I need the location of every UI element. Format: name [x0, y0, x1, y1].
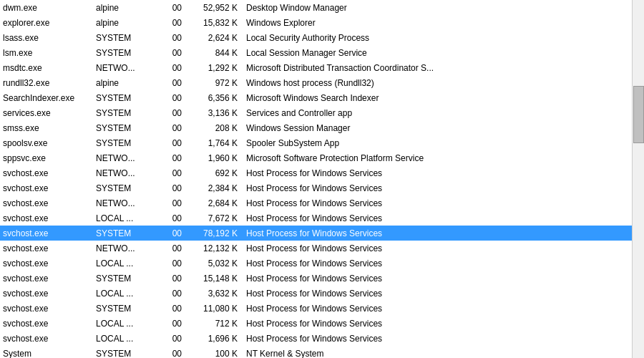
- table-row[interactable]: smss.exeSYSTEM00208 KWindows Session Man…: [0, 120, 632, 135]
- process-description: Host Process for Windows Services: [243, 271, 632, 286]
- process-cpu: 00: [157, 301, 186, 316]
- process-name: svchost.exe: [0, 286, 93, 301]
- process-memory: 15,148 K: [186, 271, 243, 286]
- process-memory: 15,832 K: [186, 15, 243, 30]
- process-description: Local Security Authority Process: [243, 30, 632, 45]
- table-row[interactable]: svchost.exeLOCAL ...00712 KHost Process …: [0, 316, 632, 331]
- process-memory: 844 K: [186, 45, 243, 60]
- process-description: Microsoft Software Protection Platform S…: [243, 150, 632, 165]
- table-row[interactable]: rundll32.exealpine00972 KWindows host pr…: [0, 75, 632, 90]
- process-memory: 2,384 K: [186, 180, 243, 195]
- process-name: lsass.exe: [0, 30, 93, 45]
- process-memory: 2,624 K: [186, 30, 243, 45]
- process-memory: 7,672 K: [186, 211, 243, 226]
- process-memory: 712 K: [186, 316, 243, 331]
- process-user: NETWO...: [93, 60, 157, 75]
- process-user: alpine: [93, 75, 157, 90]
- table-row[interactable]: explorer.exealpine0015,832 KWindows Expl…: [0, 15, 632, 30]
- process-name: spoolsv.exe: [0, 135, 93, 150]
- process-description: Microsoft Distributed Transaction Coordi…: [243, 60, 632, 75]
- process-cpu: 00: [157, 316, 186, 331]
- process-cpu: 00: [157, 211, 186, 226]
- process-memory: 78,192 K: [186, 226, 243, 241]
- process-memory: 1,292 K: [186, 60, 243, 75]
- table-row[interactable]: svchost.exeLOCAL ...001,696 KHost Proces…: [0, 331, 632, 346]
- table-row[interactable]: dwm.exealpine0052,952 KDesktop Window Ma…: [0, 0, 632, 15]
- process-user: SYSTEM: [93, 226, 157, 241]
- table-row[interactable]: lsm.exeSYSTEM00844 KLocal Session Manage…: [0, 45, 632, 60]
- process-description: Host Process for Windows Services: [243, 211, 632, 226]
- table-row[interactable]: svchost.exeSYSTEM0078,192 KHost Process …: [0, 226, 632, 241]
- process-name: dwm.exe: [0, 0, 93, 15]
- process-name: rundll32.exe: [0, 75, 93, 90]
- process-name: svchost.exe: [0, 226, 93, 241]
- table-row[interactable]: lsass.exeSYSTEM002,624 KLocal Security A…: [0, 30, 632, 45]
- process-cpu: 00: [157, 346, 186, 358]
- process-memory: 972 K: [186, 75, 243, 90]
- process-cpu: 00: [157, 286, 186, 301]
- process-user: LOCAL ...: [93, 286, 157, 301]
- scrollbar[interactable]: [632, 0, 644, 358]
- table-row[interactable]: SystemSYSTEM00100 KNT Kernel & System: [0, 346, 632, 358]
- process-cpu: 00: [157, 0, 186, 15]
- process-cpu: 00: [157, 75, 186, 90]
- process-user: SYSTEM: [93, 90, 157, 105]
- process-user: NETWO...: [93, 165, 157, 180]
- process-user: LOCAL ...: [93, 316, 157, 331]
- table-row[interactable]: spoolsv.exeSYSTEM001,764 KSpooler SubSys…: [0, 135, 632, 150]
- table-row[interactable]: svchost.exeSYSTEM002,384 KHost Process f…: [0, 180, 632, 195]
- table-row[interactable]: svchost.exeLOCAL ...007,672 KHost Proces…: [0, 211, 632, 226]
- table-row[interactable]: svchost.exeLOCAL ...005,032 KHost Proces…: [0, 256, 632, 271]
- process-description: Host Process for Windows Services: [243, 180, 632, 195]
- table-row[interactable]: svchost.exeNETWO...002,684 KHost Process…: [0, 195, 632, 211]
- process-description: Host Process for Windows Services: [243, 256, 632, 271]
- process-description: NT Kernel & System: [243, 346, 632, 358]
- table-row[interactable]: svchost.exeSYSTEM0011,080 KHost Process …: [0, 301, 632, 316]
- process-name: lsm.exe: [0, 45, 93, 60]
- process-user: SYSTEM: [93, 120, 157, 135]
- process-description: Local Session Manager Service: [243, 45, 632, 60]
- process-table-container: dwm.exealpine0052,952 KDesktop Window Ma…: [0, 0, 644, 358]
- process-cpu: 00: [157, 241, 186, 256]
- process-cpu: 00: [157, 45, 186, 60]
- process-cpu: 00: [157, 195, 186, 211]
- table-row[interactable]: SearchIndexer.exeSYSTEM006,356 KMicrosof…: [0, 90, 632, 105]
- process-name: svchost.exe: [0, 271, 93, 286]
- process-description: Host Process for Windows Services: [243, 241, 632, 256]
- process-user: alpine: [93, 0, 157, 15]
- process-name: svchost.exe: [0, 331, 93, 346]
- process-memory: 5,032 K: [186, 256, 243, 271]
- process-user: LOCAL ...: [93, 211, 157, 226]
- table-row[interactable]: svchost.exeNETWO...00692 KHost Process f…: [0, 165, 632, 180]
- process-name: svchost.exe: [0, 195, 93, 211]
- process-description: Host Process for Windows Services: [243, 195, 632, 211]
- process-user: SYSTEM: [93, 30, 157, 45]
- table-row[interactable]: msdtc.exeNETWO...001,292 KMicrosoft Dist…: [0, 60, 632, 75]
- process-memory: 3,632 K: [186, 286, 243, 301]
- process-cpu: 00: [157, 150, 186, 165]
- table-wrapper: dwm.exealpine0052,952 KDesktop Window Ma…: [0, 0, 632, 358]
- process-memory: 52,952 K: [186, 0, 243, 15]
- process-cpu: 00: [157, 180, 186, 195]
- process-description: Host Process for Windows Services: [243, 331, 632, 346]
- process-name: svchost.exe: [0, 316, 93, 331]
- table-row[interactable]: svchost.exeLOCAL ...003,632 KHost Proces…: [0, 286, 632, 301]
- process-memory: 208 K: [186, 120, 243, 135]
- process-cpu: 00: [157, 15, 186, 30]
- process-user: SYSTEM: [93, 105, 157, 120]
- table-row[interactable]: svchost.exeNETWO...0012,132 KHost Proces…: [0, 241, 632, 256]
- process-user: SYSTEM: [93, 271, 157, 286]
- process-description: Windows host process (Rundll32): [243, 75, 632, 90]
- scrollbar-thumb[interactable]: [633, 86, 644, 143]
- table-row[interactable]: svchost.exeSYSTEM0015,148 KHost Process …: [0, 271, 632, 286]
- process-memory: 11,080 K: [186, 301, 243, 316]
- process-name: svchost.exe: [0, 211, 93, 226]
- process-description: Spooler SubSystem App: [243, 135, 632, 150]
- process-user: NETWO...: [93, 195, 157, 211]
- process-description: Services and Controller app: [243, 105, 632, 120]
- table-row[interactable]: sppsvc.exeNETWO...001,960 KMicrosoft Sof…: [0, 150, 632, 165]
- process-cpu: 00: [157, 331, 186, 346]
- table-row[interactable]: services.exeSYSTEM003,136 KServices and …: [0, 105, 632, 120]
- process-description: Desktop Window Manager: [243, 0, 632, 15]
- process-memory: 692 K: [186, 165, 243, 180]
